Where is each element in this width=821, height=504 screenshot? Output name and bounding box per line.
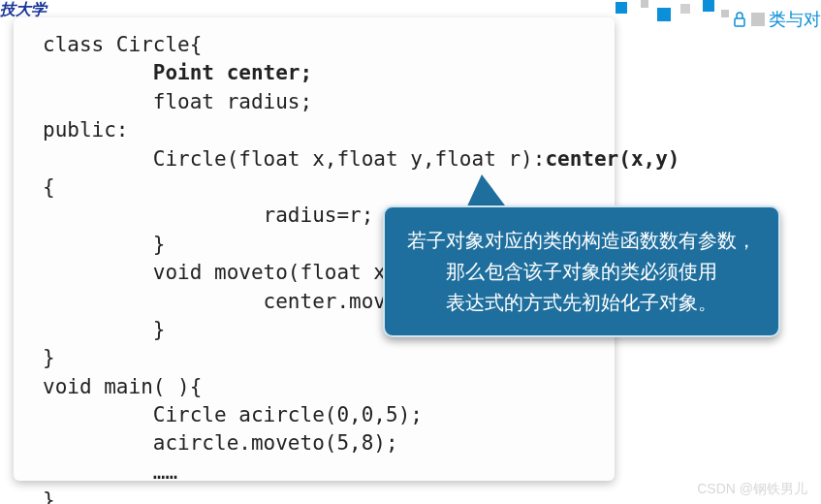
watermark: CSDN @钢铁男儿 xyxy=(697,481,807,498)
lock-icon xyxy=(732,11,747,28)
section-label-text: 类与对 xyxy=(769,8,821,31)
svg-rect-0 xyxy=(735,18,744,26)
callout-line-2: 那么包含该子对象的类必须使用 xyxy=(400,256,763,287)
section-label: 类与对 xyxy=(732,8,821,31)
gray-square-icon xyxy=(751,13,765,26)
callout-line-3: 表达式的方式先初始化子对象。 xyxy=(400,287,763,318)
callout-box: 若子对象对应的类的构造函数数有参数， 那么包含该子对象的类必须使用 表达式的方式… xyxy=(383,205,780,337)
callout-line-1: 若子对象对应的类的构造函数数有参数， xyxy=(400,225,763,256)
explanation-callout: 若子对象对应的类的构造函数数有参数， 那么包含该子对象的类必须使用 表达式的方式… xyxy=(383,205,780,337)
